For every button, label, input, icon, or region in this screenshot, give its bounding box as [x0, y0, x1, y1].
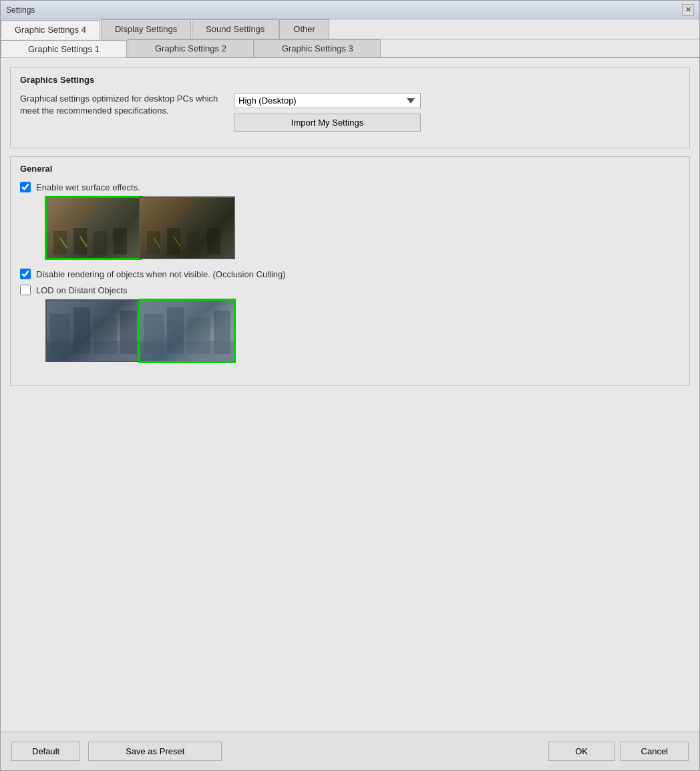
wet-surface-previews	[47, 198, 680, 258]
tab-display-settings[interactable]: Display Settings	[101, 19, 191, 39]
footer: Default Save as Preset OK Cancel	[1, 732, 699, 770]
svg-rect-8	[187, 231, 200, 255]
tab-graphic-settings-2[interactable]: Graphic Settings 2	[128, 39, 254, 57]
tab-other[interactable]: Other	[279, 19, 329, 39]
graphics-settings-title: Graphics Settings	[20, 75, 680, 85]
wet-surface-row: Enable wet surface effects.	[20, 182, 680, 192]
save-preset-button[interactable]: Save as Preset	[88, 742, 222, 761]
tab-sound-settings[interactable]: Sound Settings	[192, 19, 279, 39]
tab-row-2: Graphic Settings 1 Graphic Settings 2 Gr…	[1, 39, 699, 58]
svg-rect-16	[47, 341, 140, 361]
tab-row-1: Graphic Settings 4 Display Settings Soun…	[1, 19, 699, 39]
occlusion-checkbox[interactable]	[20, 269, 31, 279]
footer-right-buttons: OK Cancel	[548, 742, 689, 761]
settings-window: Settings ✕ Graphic Settings 4 Display Se…	[0, 0, 700, 771]
occlusion-label: Disable rendering of objects when not vi…	[36, 269, 286, 279]
svg-rect-7	[167, 228, 180, 255]
wet-surface-preview-off	[140, 198, 234, 258]
svg-rect-2	[94, 231, 107, 255]
default-button[interactable]: Default	[11, 742, 80, 761]
wet-surface-checkbox[interactable]	[20, 182, 31, 192]
wet-surface-preview-on	[47, 198, 140, 258]
lod-label: LOD on Distant Objects	[36, 285, 128, 295]
svg-rect-6	[147, 231, 160, 255]
ok-button[interactable]: OK	[548, 742, 615, 761]
lod-preview-off	[47, 301, 140, 361]
svg-rect-1	[73, 228, 87, 255]
footer-left-buttons: Default Save as Preset	[11, 742, 222, 761]
wet-surface-label: Enable wet surface effects.	[36, 182, 140, 192]
svg-rect-3	[114, 228, 127, 255]
general-title: General	[20, 164, 680, 174]
lod-preview-on	[140, 301, 234, 361]
graphics-settings-section: Graphics Settings Graphical settings opt…	[10, 67, 690, 148]
tab-graphic-settings-3[interactable]: Graphic Settings 3	[254, 39, 381, 57]
import-settings-button[interactable]: Import My Settings	[234, 114, 421, 132]
lod-previews	[47, 301, 680, 361]
tab-graphic-settings-4[interactable]: Graphic Settings 4	[1, 20, 100, 39]
occlusion-row: Disable rendering of objects when not vi…	[20, 269, 680, 279]
title-bar: Settings ✕	[1, 1, 699, 19]
lod-row: LOD on Distant Objects	[20, 285, 680, 295]
window-title: Settings	[6, 5, 35, 15]
close-button[interactable]: ✕	[682, 4, 694, 16]
svg-rect-0	[53, 231, 67, 255]
graphics-settings-description: Graphical settings optimized for desktop…	[20, 93, 220, 117]
svg-rect-21	[140, 341, 234, 361]
general-section: General Enable wet surface effects.	[10, 156, 690, 386]
lod-checkbox[interactable]	[20, 285, 31, 295]
preset-select[interactable]: Low Medium High (Desktop) Ultra	[234, 93, 421, 108]
cancel-button[interactable]: Cancel	[621, 742, 689, 761]
graphics-controls: Low Medium High (Desktop) Ultra Import M…	[234, 93, 421, 132]
svg-rect-9	[207, 228, 220, 255]
graphics-settings-row: Graphical settings optimized for desktop…	[20, 93, 680, 132]
content-area: Graphics Settings Graphical settings opt…	[1, 58, 699, 732]
tab-graphic-settings-1[interactable]: Graphic Settings 1	[1, 40, 127, 57]
